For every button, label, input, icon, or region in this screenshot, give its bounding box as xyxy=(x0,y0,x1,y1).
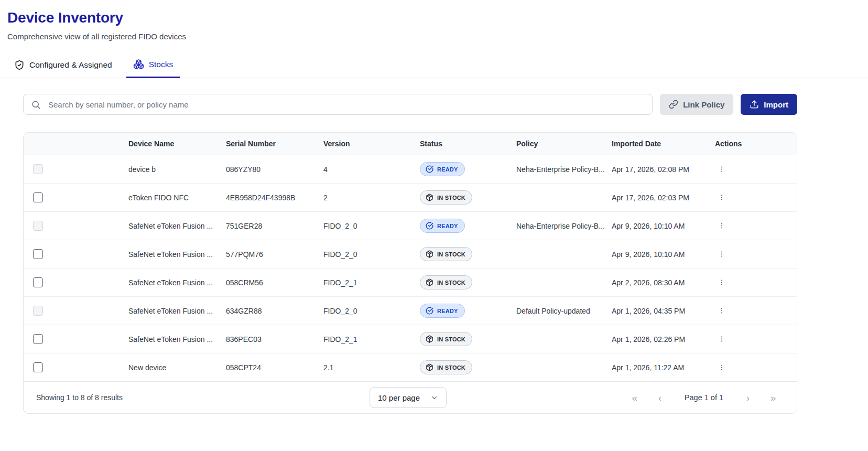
row-checkbox[interactable] xyxy=(33,192,43,202)
serial-number-cell: 634GZR88 xyxy=(226,307,323,315)
next-page-button[interactable]: › xyxy=(741,393,755,403)
serial-number-cell: 751GER28 xyxy=(226,222,323,230)
row-checkbox[interactable] xyxy=(33,249,43,259)
table-row: eToken FIDO NFC 4EB958D24F43998B 2 xyxy=(24,183,797,211)
page-indicator: Page 1 of 1 xyxy=(678,393,730,402)
page-header: Device Inventory Comprehensive view of a… xyxy=(0,0,868,41)
status-badge: IN STOCK xyxy=(420,332,472,346)
imported-date-cell: Apr 17, 2026, 02:08 PM xyxy=(612,165,711,174)
last-page-button[interactable]: » xyxy=(766,393,780,403)
search-box xyxy=(23,94,653,115)
row-checkbox[interactable] xyxy=(33,277,43,287)
row-checkbox[interactable] xyxy=(33,306,43,316)
status-label: READY xyxy=(437,308,458,314)
device-table-card: Device Name Serial Number Version Status… xyxy=(23,132,797,414)
per-page-select[interactable]: 10 per page xyxy=(370,387,447,408)
imported-date-cell: Apr 9, 2026, 10:10 AM xyxy=(612,222,711,230)
results-text: Showing 1 to 8 of 8 results xyxy=(36,393,370,402)
main-content: Link Policy Import Device Name Serial Nu… xyxy=(23,94,797,414)
version-cell: 4 xyxy=(323,165,420,174)
column-header-actions: Actions xyxy=(711,139,797,148)
status-label: IN STOCK xyxy=(437,251,465,257)
check-circle-icon xyxy=(426,165,433,173)
row-checkbox[interactable] xyxy=(33,334,43,344)
search-input[interactable] xyxy=(47,100,645,110)
boxes-icon xyxy=(133,59,144,70)
package-icon xyxy=(426,335,433,343)
row-actions-kebab-icon[interactable] xyxy=(715,219,729,233)
shield-check-icon xyxy=(14,60,25,70)
first-page-button[interactable]: « xyxy=(628,393,642,403)
imported-date-cell: Apr 17, 2026, 02:03 PM xyxy=(612,194,711,202)
table-row: SafeNet eToken Fusion ... 634GZR88 FIDO_… xyxy=(24,296,797,325)
tab-label: Configured & Assigned xyxy=(29,60,112,70)
link-icon xyxy=(669,100,678,109)
page-title: Device Inventory xyxy=(7,9,868,26)
table-header-row: Device Name Serial Number Version Status… xyxy=(24,133,797,155)
pagination: « ‹ Page 1 of 1 › » xyxy=(447,393,780,403)
row-actions-kebab-icon[interactable] xyxy=(715,191,729,205)
link-policy-button[interactable]: Link Policy xyxy=(660,94,733,115)
imported-date-cell: Apr 1, 2026, 02:26 PM xyxy=(612,335,711,343)
check-circle-icon xyxy=(426,307,433,315)
device-name-cell: SafeNet eToken Fusion ... xyxy=(128,307,226,315)
status-badge: IN STOCK xyxy=(420,275,472,289)
page-subtitle: Comprehensive view of all registered FID… xyxy=(7,32,868,41)
row-actions-kebab-icon[interactable] xyxy=(715,248,729,261)
previous-page-button[interactable]: ‹ xyxy=(653,393,667,403)
column-header-device-name: Device Name xyxy=(128,139,226,148)
toolbar: Link Policy Import xyxy=(23,94,797,115)
version-cell: FIDO_2_1 xyxy=(323,335,420,343)
serial-number-cell: 058CRM56 xyxy=(226,278,323,287)
status-label: IN STOCK xyxy=(437,195,465,201)
row-checkbox[interactable] xyxy=(33,221,43,231)
tab-stocks[interactable]: Stocks xyxy=(126,55,180,78)
tab-configured-assigned[interactable]: Configured & Assigned xyxy=(7,55,119,78)
tab-bar: Configured & Assigned Stocks xyxy=(0,55,868,78)
row-actions-kebab-icon[interactable] xyxy=(715,276,729,289)
column-header-status: Status xyxy=(420,139,516,148)
table-footer: Showing 1 to 8 of 8 results 10 per page … xyxy=(24,381,797,413)
table-row: SafeNet eToken Fusion ... 751GER28 FIDO_… xyxy=(24,211,797,240)
row-actions-kebab-icon[interactable] xyxy=(715,361,729,374)
import-button[interactable]: Import xyxy=(741,94,797,115)
version-cell: FIDO_2_1 xyxy=(323,278,420,287)
row-checkbox[interactable] xyxy=(33,362,43,372)
serial-number-cell: 836PEC03 xyxy=(226,335,323,343)
status-label: IN STOCK xyxy=(437,364,465,371)
device-name-cell: SafeNet eToken Fusion ... xyxy=(128,335,226,343)
check-circle-icon xyxy=(426,222,433,230)
status-badge: IN STOCK xyxy=(420,190,472,205)
policy-cell: Default Policy-updated xyxy=(516,307,612,315)
status-label: IN STOCK xyxy=(437,336,465,342)
chevron-down-icon xyxy=(430,394,438,402)
version-cell: FIDO_2_0 xyxy=(323,307,420,315)
table-row: SafeNet eToken Fusion ... 058CRM56 FIDO_… xyxy=(24,268,797,296)
status-badge: IN STOCK xyxy=(420,360,472,374)
imported-date-cell: Apr 2, 2026, 08:30 AM xyxy=(612,278,711,287)
column-header-policy: Policy xyxy=(516,139,612,148)
status-label: IN STOCK xyxy=(437,280,465,286)
link-policy-label: Link Policy xyxy=(683,100,724,109)
version-cell: FIDO_2_0 xyxy=(323,222,420,230)
package-icon xyxy=(426,278,433,286)
device-name-cell: SafeNet eToken Fusion ... xyxy=(128,250,226,259)
package-icon xyxy=(426,363,433,371)
device-name-cell: SafeNet eToken Fusion ... xyxy=(128,222,226,230)
serial-number-cell: 058CPT24 xyxy=(226,363,323,372)
table-row: New device 058CPT24 2.1 xyxy=(24,353,797,381)
policy-cell: Neha-Enterprise Policy-B... xyxy=(516,165,612,174)
imported-date-cell: Apr 1, 2026, 04:35 PM xyxy=(612,307,711,315)
table-body: device b 086YZY80 4 xyxy=(24,155,797,381)
device-name-cell: New device xyxy=(128,363,226,372)
row-checkbox[interactable] xyxy=(33,164,43,174)
device-name-cell: eToken FIDO NFC xyxy=(128,194,226,202)
row-actions-kebab-icon[interactable] xyxy=(715,163,729,176)
version-cell: 2 xyxy=(323,194,420,202)
per-page-label: 10 per page xyxy=(378,393,420,402)
row-actions-kebab-icon[interactable] xyxy=(715,304,729,318)
column-header-imported-date: Imported Date xyxy=(612,139,711,148)
row-actions-kebab-icon[interactable] xyxy=(715,332,729,346)
status-badge: IN STOCK xyxy=(420,247,472,261)
imported-date-cell: Apr 1, 2026, 11:22 AM xyxy=(612,363,711,372)
